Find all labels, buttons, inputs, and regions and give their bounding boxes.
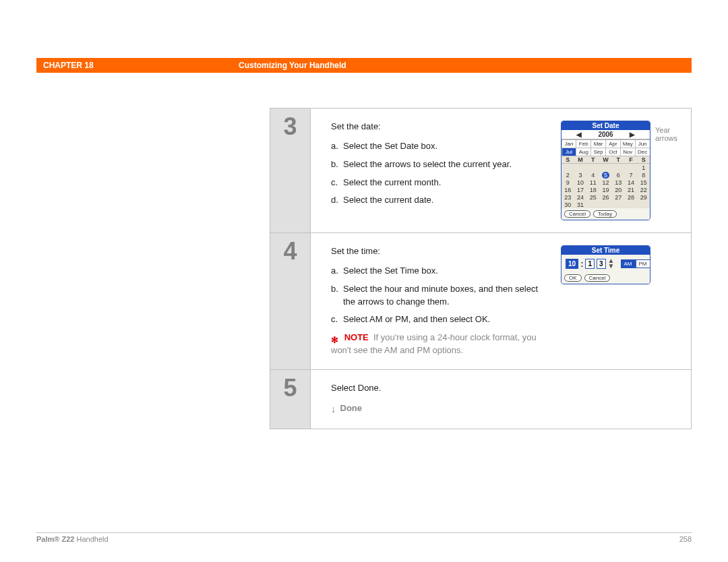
step-intro: Set the date: bbox=[331, 121, 550, 133]
day-cell bbox=[612, 164, 625, 171]
day-cell[interactable]: 14 bbox=[625, 179, 638, 186]
cancel-button[interactable]: Cancel bbox=[584, 274, 611, 282]
year-value: 2006 bbox=[598, 131, 613, 138]
chapter-header: CHAPTER 18 Customizing Your Handheld bbox=[36, 58, 692, 73]
day-cell[interactable]: 21 bbox=[625, 186, 638, 193]
month-cell[interactable]: Jul bbox=[562, 148, 577, 156]
day-cell[interactable]: 7 bbox=[625, 171, 638, 179]
ok-button[interactable]: OK bbox=[564, 274, 582, 282]
today-button[interactable]: Today bbox=[593, 210, 617, 218]
day-cell bbox=[586, 164, 599, 171]
day-cell[interactable]: 19 bbox=[599, 186, 612, 193]
day-cell[interactable]: 25 bbox=[586, 193, 599, 201]
set-time-figure: Set Time 10 : 1 3 ▲▼ AM PM OK bbox=[561, 245, 679, 357]
set-date-figure: Year arrows Set Date ◀ 2006 ▶ JanFebMarA… bbox=[561, 121, 679, 220]
days-grid[interactable]: 1234567891011121314151617181920212223242… bbox=[562, 164, 650, 208]
steps-table: 3 Set the date: a.Select the Set Date bo… bbox=[270, 108, 692, 429]
note-label: NOTE bbox=[344, 332, 369, 342]
day-cell[interactable]: 31 bbox=[574, 201, 587, 208]
day-cell[interactable]: 2 bbox=[562, 171, 574, 179]
day-cell[interactable]: 5 bbox=[599, 171, 612, 179]
day-cell[interactable]: 17 bbox=[574, 186, 587, 193]
month-grid[interactable]: JanFebMarAprMayJunJulAugSepOctNovDec bbox=[562, 139, 650, 156]
day-cell[interactable]: 28 bbox=[625, 193, 638, 201]
day-cell[interactable]: 22 bbox=[637, 186, 650, 193]
year-left-arrow-icon[interactable]: ◀ bbox=[576, 131, 582, 138]
day-cell bbox=[625, 201, 638, 208]
day-cell bbox=[612, 201, 625, 208]
day-cell[interactable]: 3 bbox=[574, 171, 587, 179]
day-cell[interactable]: 26 bbox=[599, 193, 612, 201]
day-cell[interactable]: 27 bbox=[612, 193, 625, 201]
minute-ones-box[interactable]: 3 bbox=[597, 259, 606, 269]
day-cell bbox=[574, 164, 587, 171]
month-cell[interactable]: Aug bbox=[576, 148, 591, 156]
day-cell[interactable]: 10 bbox=[574, 179, 587, 186]
hour-box[interactable]: 10 bbox=[566, 259, 578, 269]
month-cell[interactable]: Sep bbox=[590, 148, 606, 156]
month-cell[interactable]: Nov bbox=[620, 148, 636, 156]
step-text: Set the time: a.Select the Set Time box.… bbox=[331, 245, 550, 357]
step-number: 5 bbox=[270, 370, 311, 429]
year-selector: ◀ 2006 ▶ bbox=[562, 130, 650, 139]
year-arrows-annotation: Year arrows bbox=[655, 126, 682, 142]
step-text: Set the date: a.Select the Set Date box.… bbox=[331, 121, 550, 220]
chapter-label: CHAPTER 18 bbox=[36, 61, 239, 70]
set-time-title: Set Time bbox=[562, 246, 650, 255]
day-cell[interactable]: 6 bbox=[612, 171, 625, 179]
day-cell bbox=[586, 201, 599, 208]
step-3: 3 Set the date: a.Select the Set Date bo… bbox=[270, 108, 692, 233]
step-intro: Select Done. bbox=[331, 382, 679, 395]
day-cell[interactable]: 24 bbox=[574, 193, 587, 201]
minute-tens-box[interactable]: 1 bbox=[585, 259, 595, 269]
pm-button[interactable]: PM bbox=[636, 259, 650, 268]
spinner-icon[interactable]: ▲▼ bbox=[608, 258, 615, 269]
day-cell[interactable]: 4 bbox=[586, 171, 599, 179]
step-intro: Set the time: bbox=[331, 245, 550, 258]
day-cell[interactable]: 16 bbox=[562, 186, 574, 193]
day-cell[interactable]: 9 bbox=[562, 179, 574, 186]
page-footer: Palm® Z22 Handheld 258 bbox=[36, 532, 692, 544]
day-cell bbox=[599, 201, 612, 208]
step-5: 5 Select Done. ↓ Done bbox=[270, 370, 692, 429]
done-indicator: ↓ Done bbox=[331, 402, 679, 416]
day-cell[interactable]: 11 bbox=[586, 179, 599, 186]
day-cell bbox=[637, 201, 650, 208]
step-4: 4 Set the time: a.Select the Set Time bo… bbox=[270, 233, 692, 370]
cancel-button[interactable]: Cancel bbox=[564, 210, 590, 218]
step-number: 4 bbox=[270, 233, 311, 369]
set-date-title: Set Date bbox=[562, 121, 650, 130]
day-cell[interactable]: 18 bbox=[586, 186, 599, 193]
done-label: Done bbox=[340, 402, 363, 415]
day-cell[interactable]: 20 bbox=[612, 186, 625, 193]
day-cell[interactable]: 15 bbox=[637, 179, 650, 186]
year-right-arrow-icon[interactable]: ▶ bbox=[630, 131, 635, 138]
footer-left: Palm® Z22 Handheld bbox=[36, 535, 109, 544]
note: ✻ NOTE If you're using a 24-hour clock f… bbox=[331, 332, 550, 357]
page-number: 258 bbox=[679, 535, 692, 544]
dow-row: SMTWTFS bbox=[562, 156, 650, 164]
day-cell bbox=[625, 164, 638, 171]
day-cell[interactable]: 30 bbox=[562, 201, 574, 208]
day-cell[interactable]: 1 bbox=[637, 164, 650, 171]
chapter-title: Customizing Your Handheld bbox=[239, 61, 346, 70]
am-button[interactable]: AM bbox=[621, 259, 636, 268]
month-cell[interactable]: Dec bbox=[635, 148, 650, 156]
day-cell[interactable]: 12 bbox=[599, 179, 612, 186]
set-date-dialog: Set Date ◀ 2006 ▶ JanFebMarAprMayJunJulA… bbox=[561, 121, 650, 220]
step-number: 3 bbox=[270, 108, 311, 232]
day-cell bbox=[562, 164, 574, 171]
day-cell[interactable]: 29 bbox=[637, 193, 650, 201]
day-cell bbox=[599, 164, 612, 171]
day-cell[interactable]: 13 bbox=[612, 179, 625, 186]
note-icon: ✻ bbox=[331, 334, 340, 342]
day-cell[interactable]: 8 bbox=[637, 171, 650, 179]
set-time-dialog: Set Time 10 : 1 3 ▲▼ AM PM OK bbox=[561, 245, 650, 284]
step-text: Select Done. ↓ Done bbox=[331, 382, 679, 416]
down-arrow-icon: ↓ bbox=[331, 402, 336, 416]
month-cell[interactable]: Oct bbox=[605, 148, 621, 156]
day-cell[interactable]: 23 bbox=[562, 193, 574, 201]
